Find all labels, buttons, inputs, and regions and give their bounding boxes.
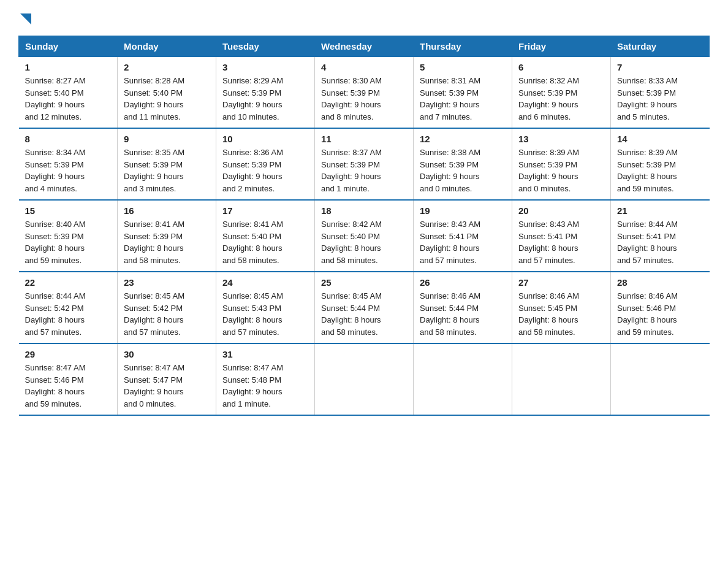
calendar-table: SundayMondayTuesdayWednesdayThursdayFrid…	[18, 36, 710, 416]
calendar-cell: 13Sunrise: 8:39 AMSunset: 5:39 PMDayligh…	[512, 128, 611, 200]
day-info: Sunrise: 8:45 AMSunset: 5:43 PMDaylight:…	[222, 291, 283, 337]
day-number: 16	[124, 205, 210, 216]
day-info: Sunrise: 8:43 AMSunset: 5:41 PMDaylight:…	[518, 220, 579, 265]
column-header-monday: Monday	[118, 36, 216, 57]
calendar-cell: 20Sunrise: 8:43 AMSunset: 5:41 PMDayligh…	[512, 200, 611, 272]
calendar-cell: 15Sunrise: 8:40 AMSunset: 5:39 PMDayligh…	[19, 200, 118, 272]
day-info: Sunrise: 8:45 AMSunset: 5:42 PMDaylight:…	[124, 291, 184, 337]
column-header-tuesday: Tuesday	[216, 36, 315, 57]
calendar-cell: 27Sunrise: 8:46 AMSunset: 5:45 PMDayligh…	[512, 272, 611, 343]
calendar-cell: 6Sunrise: 8:32 AMSunset: 5:39 PMDaylight…	[512, 57, 611, 129]
column-header-saturday: Saturday	[611, 36, 710, 57]
day-number: 1	[25, 62, 112, 72]
calendar-cell: 1Sunrise: 8:27 AMSunset: 5:40 PMDaylight…	[19, 57, 118, 129]
column-header-thursday: Thursday	[414, 36, 512, 57]
day-number: 21	[617, 205, 703, 216]
calendar-cell: 29Sunrise: 8:47 AMSunset: 5:46 PMDayligh…	[19, 343, 118, 415]
column-header-friday: Friday	[512, 36, 611, 57]
day-info: Sunrise: 8:38 AMSunset: 5:39 PMDaylight:…	[420, 148, 480, 193]
day-number: 31	[222, 349, 308, 359]
week-row-1: 1Sunrise: 8:27 AMSunset: 5:40 PMDaylight…	[19, 57, 710, 129]
calendar-cell: 24Sunrise: 8:45 AMSunset: 5:43 PMDayligh…	[216, 272, 315, 343]
calendar-cell: 17Sunrise: 8:41 AMSunset: 5:40 PMDayligh…	[216, 200, 315, 272]
calendar-cell: 21Sunrise: 8:44 AMSunset: 5:41 PMDayligh…	[611, 200, 710, 272]
day-number: 22	[25, 277, 112, 288]
day-number: 2	[124, 62, 210, 72]
calendar-cell	[611, 343, 710, 415]
day-number: 4	[321, 62, 407, 72]
day-info: Sunrise: 8:47 AMSunset: 5:48 PMDaylight:…	[222, 363, 283, 408]
day-info: Sunrise: 8:34 AMSunset: 5:39 PMDaylight:…	[25, 148, 86, 193]
day-info: Sunrise: 8:35 AMSunset: 5:39 PMDaylight:…	[124, 148, 184, 193]
calendar-cell: 10Sunrise: 8:36 AMSunset: 5:39 PMDayligh…	[216, 128, 315, 200]
day-number: 6	[518, 62, 604, 72]
svg-marker-0	[20, 13, 31, 25]
day-number: 5	[420, 62, 506, 72]
day-info: Sunrise: 8:47 AMSunset: 5:46 PMDaylight:…	[25, 363, 86, 408]
calendar-cell: 12Sunrise: 8:38 AMSunset: 5:39 PMDayligh…	[414, 128, 512, 200]
day-number: 18	[321, 205, 407, 216]
calendar-cell: 28Sunrise: 8:46 AMSunset: 5:46 PMDayligh…	[611, 272, 710, 343]
calendar-cell: 9Sunrise: 8:35 AMSunset: 5:39 PMDaylight…	[118, 128, 216, 200]
day-info: Sunrise: 8:29 AMSunset: 5:39 PMDaylight:…	[222, 76, 283, 121]
day-number: 11	[321, 134, 407, 144]
logo-triangle-icon	[19, 12, 32, 26]
day-info: Sunrise: 8:28 AMSunset: 5:40 PMDaylight:…	[124, 76, 184, 121]
day-info: Sunrise: 8:44 AMSunset: 5:41 PMDaylight:…	[617, 220, 678, 265]
calendar-cell: 5Sunrise: 8:31 AMSunset: 5:39 PMDaylight…	[414, 57, 512, 129]
column-header-sunday: Sunday	[19, 36, 118, 57]
calendar-cell: 18Sunrise: 8:42 AMSunset: 5:40 PMDayligh…	[315, 200, 414, 272]
day-info: Sunrise: 8:41 AMSunset: 5:40 PMDaylight:…	[222, 220, 283, 265]
week-row-2: 8Sunrise: 8:34 AMSunset: 5:39 PMDaylight…	[19, 128, 710, 200]
week-row-4: 22Sunrise: 8:44 AMSunset: 5:42 PMDayligh…	[19, 272, 710, 343]
day-number: 8	[25, 134, 112, 144]
day-info: Sunrise: 8:39 AMSunset: 5:39 PMDaylight:…	[518, 148, 579, 193]
day-number: 27	[518, 277, 604, 288]
calendar-cell: 14Sunrise: 8:39 AMSunset: 5:39 PMDayligh…	[611, 128, 710, 200]
day-number: 24	[222, 277, 308, 288]
day-info: Sunrise: 8:40 AMSunset: 5:39 PMDaylight:…	[25, 220, 86, 265]
calendar-cell: 2Sunrise: 8:28 AMSunset: 5:40 PMDaylight…	[118, 57, 216, 129]
day-number: 14	[617, 134, 703, 144]
calendar-cell: 30Sunrise: 8:47 AMSunset: 5:47 PMDayligh…	[118, 343, 216, 415]
day-number: 28	[617, 277, 703, 288]
calendar-cell	[414, 343, 512, 415]
day-info: Sunrise: 8:45 AMSunset: 5:44 PMDaylight:…	[321, 291, 382, 337]
calendar-cell: 22Sunrise: 8:44 AMSunset: 5:42 PMDayligh…	[19, 272, 118, 343]
calendar-cell: 3Sunrise: 8:29 AMSunset: 5:39 PMDaylight…	[216, 57, 315, 129]
day-number: 3	[222, 62, 308, 72]
calendar-cell: 23Sunrise: 8:45 AMSunset: 5:42 PMDayligh…	[118, 272, 216, 343]
calendar-cell: 31Sunrise: 8:47 AMSunset: 5:48 PMDayligh…	[216, 343, 315, 415]
day-info: Sunrise: 8:31 AMSunset: 5:39 PMDaylight:…	[420, 76, 480, 121]
calendar-cell: 8Sunrise: 8:34 AMSunset: 5:39 PMDaylight…	[19, 128, 118, 200]
day-info: Sunrise: 8:41 AMSunset: 5:39 PMDaylight:…	[124, 220, 184, 265]
day-number: 17	[222, 205, 308, 216]
week-row-3: 15Sunrise: 8:40 AMSunset: 5:39 PMDayligh…	[19, 200, 710, 272]
day-info: Sunrise: 8:39 AMSunset: 5:39 PMDaylight:…	[617, 148, 678, 193]
day-info: Sunrise: 8:42 AMSunset: 5:40 PMDaylight:…	[321, 220, 382, 265]
calendar-cell: 19Sunrise: 8:43 AMSunset: 5:41 PMDayligh…	[414, 200, 512, 272]
day-number: 15	[25, 205, 112, 216]
column-header-wednesday: Wednesday	[315, 36, 414, 57]
day-number: 7	[617, 62, 703, 72]
day-number: 29	[25, 349, 112, 359]
calendar-cell: 25Sunrise: 8:45 AMSunset: 5:44 PMDayligh…	[315, 272, 414, 343]
calendar-cell	[315, 343, 414, 415]
calendar-cell: 26Sunrise: 8:46 AMSunset: 5:44 PMDayligh…	[414, 272, 512, 343]
day-info: Sunrise: 8:46 AMSunset: 5:44 PMDaylight:…	[420, 291, 480, 337]
calendar-cell: 16Sunrise: 8:41 AMSunset: 5:39 PMDayligh…	[118, 200, 216, 272]
logo-wrapper	[18, 12, 33, 28]
day-info: Sunrise: 8:33 AMSunset: 5:39 PMDaylight:…	[617, 76, 678, 121]
week-row-5: 29Sunrise: 8:47 AMSunset: 5:46 PMDayligh…	[19, 343, 710, 415]
day-info: Sunrise: 8:37 AMSunset: 5:39 PMDaylight:…	[321, 148, 382, 193]
day-number: 19	[420, 205, 506, 216]
day-number: 26	[420, 277, 506, 288]
calendar-cell: 11Sunrise: 8:37 AMSunset: 5:39 PMDayligh…	[315, 128, 414, 200]
day-info: Sunrise: 8:36 AMSunset: 5:39 PMDaylight:…	[222, 148, 283, 193]
day-info: Sunrise: 8:27 AMSunset: 5:40 PMDaylight:…	[25, 76, 86, 121]
day-number: 12	[420, 134, 506, 144]
day-number: 30	[124, 349, 210, 359]
calendar-cell: 4Sunrise: 8:30 AMSunset: 5:39 PMDaylight…	[315, 57, 414, 129]
day-info: Sunrise: 8:30 AMSunset: 5:39 PMDaylight:…	[321, 76, 382, 121]
day-number: 20	[518, 205, 604, 216]
